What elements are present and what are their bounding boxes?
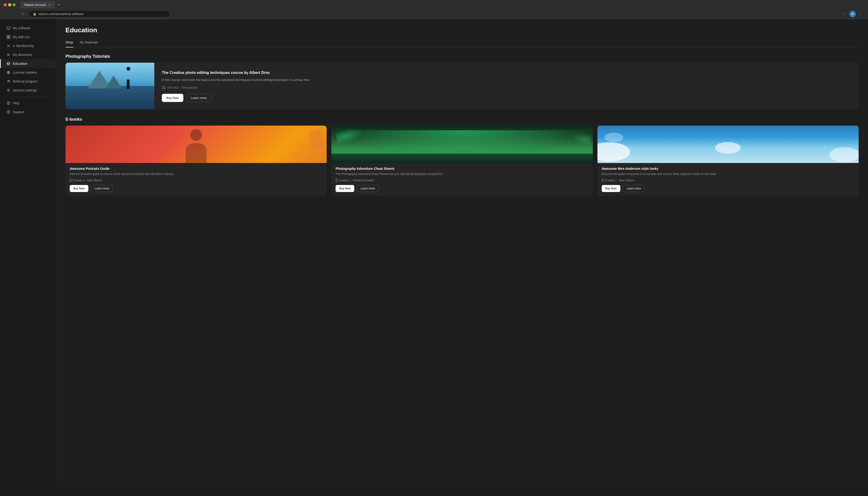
ebook-buy-button-3[interactable]: Buy Now: [602, 185, 620, 192]
video-icon: [162, 86, 165, 90]
browser-chrome: Skylum Account ✕ + ← → ↻ 🔒 skylum.com/ac…: [0, 0, 868, 19]
monitor-icon: [6, 26, 11, 30]
sidebar-label-faq: FAQ: [13, 101, 19, 105]
sidebar-item-education[interactable]: Education: [0, 59, 56, 68]
featured-tutorial-actions: Buy Now Learn more: [162, 94, 851, 102]
main-content: Education Shop My Materials Photography …: [56, 19, 868, 488]
minimize-window-button[interactable]: [8, 3, 11, 6]
sidebar-item-referral-program[interactable]: Referral program: [0, 77, 56, 86]
svg-rect-3: [7, 37, 8, 38]
sidebar-item-my-software[interactable]: My software: [0, 24, 56, 32]
forward-button[interactable]: →: [12, 11, 18, 17]
ebook-type-3: E-book: [606, 179, 614, 182]
ebook-by-2: by: [349, 179, 352, 182]
maximize-window-button[interactable]: [13, 3, 16, 6]
page-title: Education: [65, 27, 859, 34]
url-field[interactable]: 🔒 skylum.com/account/my-software: [29, 11, 169, 17]
ebook-desc-3: Discover this guide composed of 10 sunse…: [602, 172, 854, 176]
new-tab-button[interactable]: +: [56, 1, 62, 8]
sidebar-item-luminar-insiders[interactable]: Luminar Insiders: [0, 68, 56, 77]
ebook-actions-2: Buy Now Learn more: [335, 185, 588, 192]
ebook-actions-1: Buy Now Learn more: [70, 185, 322, 192]
photography-tutorials-title: Photography Tutorials: [65, 54, 859, 59]
svg-point-8: [9, 55, 10, 56]
titlebar: Skylum Account ✕ +: [0, 0, 868, 9]
ebook-by-3: by: [615, 179, 618, 182]
svg-point-7: [7, 54, 8, 55]
sidebar-item-faq[interactable]: FAQ: [0, 99, 56, 108]
tab-shop[interactable]: Shop: [65, 38, 73, 47]
ebook-card-1: Awesome Portraits Guide Red our exclusiv…: [65, 126, 327, 196]
traffic-lights: [4, 3, 16, 6]
svg-rect-0: [7, 27, 10, 29]
sidebar: My software My add-ons X Membership: [0, 19, 56, 488]
ebook-learn-more-button-1[interactable]: Learn more: [91, 185, 113, 192]
featured-tutorial-meta: 6/8 video 70% watched: [162, 86, 851, 90]
reload-button[interactable]: ↻: [20, 11, 26, 17]
svg-rect-2: [9, 35, 10, 37]
hand-figure: [309, 129, 323, 150]
ebooks-section-title: E-books: [65, 117, 859, 122]
sidebar-label-luminar-insiders: Luminar Insiders: [13, 71, 37, 74]
sidebar-label-account-settings: Account settings: [13, 88, 37, 92]
ebook-by-1: by: [83, 179, 86, 182]
sidebar-item-x-membership[interactable]: X Membership: [0, 42, 56, 50]
tabs-container: Shop My Materials: [65, 38, 859, 47]
book-icon-2: [335, 179, 338, 182]
tab-close-button[interactable]: ✕: [48, 3, 51, 6]
ebook-meta-2: E-book by Richard Schneider: [335, 179, 588, 182]
ebook-image-3: [597, 126, 859, 163]
ebook-image-2: [331, 126, 593, 163]
featured-tutorial-title: The Creative photo editing techniques co…: [162, 70, 851, 75]
sidebar-label-support: Support: [13, 110, 24, 114]
ebook-buy-button-1[interactable]: Buy Now: [70, 185, 89, 192]
ebook-card-2: Photography Adventure Cheat Sheets The P…: [331, 126, 593, 196]
bookmark-button[interactable]: ☆: [841, 11, 848, 17]
portrait-head: [190, 129, 202, 141]
book-icon-1: [70, 179, 73, 182]
ground-line: [331, 154, 593, 163]
sidebar-item-account-settings[interactable]: Account settings: [0, 86, 56, 95]
cloud-1: [597, 142, 630, 161]
ebook-type-2: E-book: [340, 179, 348, 182]
user-avatar[interactable]: D: [849, 11, 856, 17]
support-icon: [6, 110, 11, 114]
cloud-2: [830, 147, 859, 162]
sidebar-label-x-membership: X Membership: [13, 44, 34, 48]
discount-icon: [6, 52, 11, 57]
svg-rect-22: [336, 179, 338, 182]
close-window-button[interactable]: [4, 3, 7, 6]
sidebar-item-support[interactable]: Support: [0, 108, 56, 117]
browser-menu-button[interactable]: ⋮: [858, 11, 864, 17]
globe-icon: [6, 71, 11, 75]
tab-my-materials[interactable]: My Materials: [80, 38, 98, 47]
mountain-shape-2: [106, 76, 122, 88]
ebook-meta-1: E-book by Team Skylum: [70, 179, 322, 182]
x-icon: [6, 44, 11, 48]
svg-point-11: [8, 80, 9, 81]
tab-title: Skylum Account: [24, 3, 46, 6]
water-bg: [65, 86, 154, 109]
sidebar-label-my-discounts: My discounts: [13, 53, 32, 57]
featured-buy-now-button[interactable]: Buy Now: [162, 94, 183, 102]
ebook-buy-button-2[interactable]: Buy Now: [335, 185, 354, 192]
cloud-4: [715, 142, 741, 154]
addons-icon: [6, 35, 11, 39]
sidebar-label-education: Education: [13, 62, 27, 65]
featured-tutorial-card: The Creative photo editing techniques co…: [65, 63, 859, 109]
sidebar-label-referral-program: Referral program: [13, 79, 38, 83]
sidebar-item-my-discounts[interactable]: My discounts: [0, 50, 56, 59]
help-circle-icon: [6, 101, 11, 105]
back-button[interactable]: ←: [4, 11, 9, 17]
sidebar-item-my-add-ons[interactable]: My add-ons: [0, 32, 56, 42]
app-layout: My software My add-ons X Membership: [0, 19, 868, 488]
active-tab[interactable]: Skylum Account ✕: [20, 1, 55, 9]
ebook-learn-more-button-2[interactable]: Learn more: [357, 185, 379, 192]
ebook-title-1: Awesome Portraits Guide: [70, 167, 322, 170]
ebook-learn-more-button-3[interactable]: Learn more: [623, 185, 645, 192]
cloud-3: [604, 133, 623, 142]
featured-learn-more-button[interactable]: Learn more: [186, 94, 211, 102]
ebook-body-2: Photography Adventure Cheat Sheets The P…: [331, 163, 593, 196]
ebook-desc-1: Red our exclusive guide on how to shoot …: [70, 172, 322, 176]
ebook-desc-2: The Photography Adventure Cheat Sheets a…: [335, 172, 588, 176]
